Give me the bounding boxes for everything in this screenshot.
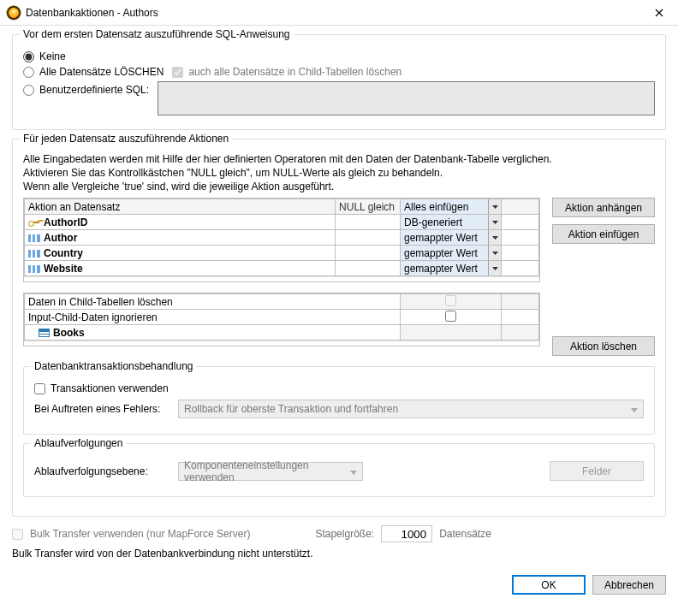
check-use-transactions-label: Transaktionen verwenden: [51, 382, 169, 394]
ok-button[interactable]: OK: [512, 575, 586, 595]
grid-row[interactable]: Country gemappter Wert: [25, 246, 539, 261]
chevron-down-icon: [488, 215, 501, 229]
check-bulk-transfer-label: Bulk Transfer verwenden (nur MapForce Se…: [30, 528, 250, 540]
check-use-transactions[interactable]: [34, 383, 45, 394]
titlebar: Datenbankaktionen - Authors: [0, 0, 678, 26]
append-action-button[interactable]: Aktion anhängen: [552, 198, 655, 217]
chevron-down-icon: [488, 246, 501, 260]
actions-grid[interactable]: Aktion an Datensatz NULL gleich Alles ei…: [23, 198, 540, 282]
row-combo[interactable]: gemappter Wert: [401, 261, 501, 275]
check-ignore-input-child[interactable]: [445, 311, 456, 322]
chevron-down-icon: [488, 199, 501, 214]
column-icon: [28, 265, 40, 273]
group-title: Vor dem ersten Datensatz auszuführende S…: [20, 28, 294, 40]
instruction-line: Alle Eingabedaten werden mit Hilfe der h…: [23, 153, 655, 165]
actions-per-record-group: Für jeden Datensatz auszuführende Aktion…: [12, 139, 666, 517]
sql-before-record-group: Vor dem ersten Datensatz auszuführende S…: [12, 34, 666, 130]
column-icon: [28, 234, 40, 242]
child-row-books[interactable]: Books: [25, 325, 539, 341]
grid-row[interactable]: Website gemappter Wert: [25, 261, 539, 276]
chevron-down-icon: [350, 465, 357, 477]
row-combo[interactable]: gemappter Wert: [401, 230, 501, 245]
group-title: Ablaufverfolgungen: [31, 437, 126, 449]
on-error-label: Bei Auftreten eines Fehlers:: [34, 403, 171, 415]
trace-group: Ablaufverfolgungen Ablaufverfolgungseben…: [23, 443, 655, 497]
chevron-down-icon: [488, 230, 501, 245]
radio-delete-all[interactable]: [23, 67, 34, 78]
row-combo[interactable]: DB-generiert: [401, 215, 501, 229]
check-bulk-transfer: [12, 529, 23, 540]
radio-delete-all-label: Alle Datensätze LÖSCHEN: [39, 66, 164, 78]
transaction-handling-group: Datenbanktransaktionsbehandlung Transakt…: [23, 366, 655, 435]
key-icon: [28, 217, 40, 228]
bulk-transfer-note: Bulk Transfer wird von der Datenbankverb…: [12, 548, 666, 560]
instruction-line: Wenn alle Vergleiche 'true' sind, wird d…: [23, 181, 655, 192]
custom-sql-textarea[interactable]: [158, 81, 655, 116]
batch-size-input[interactable]: [381, 525, 432, 542]
child-row-ignore-input[interactable]: Input-Child-Daten ignorieren: [25, 310, 539, 325]
trace-level-select: Komponenteneinstellungen verwenden: [178, 462, 363, 481]
trace-level-label: Ablaufverfolgungsebene:: [34, 465, 171, 477]
grid-row[interactable]: Author gemappter Wert: [25, 230, 539, 246]
batch-size-unit: Datensätze: [439, 528, 491, 540]
instruction-line: Aktivieren Sie das Kontrollkästchen "NUL…: [23, 167, 655, 179]
column-icon: [28, 250, 40, 258]
grid-header-row: Aktion an Datensatz NULL gleich Alles ei…: [25, 199, 539, 215]
batch-size-label: Stapelgröße:: [315, 528, 374, 540]
chevron-down-icon: [631, 403, 638, 415]
header-combo-insert-all[interactable]: Alles einfügen: [401, 199, 501, 214]
radio-custom-sql-label: Benutzerdefinierte SQL:: [39, 84, 149, 96]
cancel-button[interactable]: Abbrechen: [592, 575, 666, 595]
radio-custom-sql[interactable]: [23, 85, 34, 96]
check-child-delete: [172, 67, 183, 78]
group-title: Für jeden Datensatz auszuführende Aktion…: [20, 133, 232, 145]
check-delete-child-data: [445, 295, 456, 306]
check-child-delete-label: auch alle Datensätze in Child-Tabellen l…: [188, 66, 401, 78]
close-icon: [655, 9, 663, 17]
radio-none-label: Keine: [39, 50, 66, 62]
fields-button: Felder: [550, 461, 644, 481]
chevron-down-icon: [488, 261, 501, 275]
insert-action-button[interactable]: Aktion einfügen: [552, 224, 655, 244]
header-null-equal: NULL gleich: [336, 199, 401, 215]
table-icon: [39, 329, 50, 337]
child-grid[interactable]: Daten in Child-Tabellen löschen Input-Ch…: [23, 293, 540, 346]
row-combo[interactable]: gemappter Wert: [401, 246, 501, 260]
child-row-delete-data[interactable]: Daten in Child-Tabellen löschen: [25, 294, 539, 310]
on-error-select: Rollback für oberste Transaktion und for…: [178, 400, 644, 418]
header-action: Aktion an Datensatz: [25, 199, 336, 215]
delete-action-button[interactable]: Aktion löschen: [552, 336, 655, 356]
window-title: Datenbankaktionen - Authors: [26, 7, 640, 19]
close-button[interactable]: [640, 0, 678, 26]
grid-row[interactable]: AuthorID DB-generiert: [25, 215, 539, 230]
radio-none[interactable]: [23, 51, 34, 62]
app-icon: [7, 6, 21, 20]
group-title: Datenbanktransaktionsbehandlung: [31, 360, 196, 372]
